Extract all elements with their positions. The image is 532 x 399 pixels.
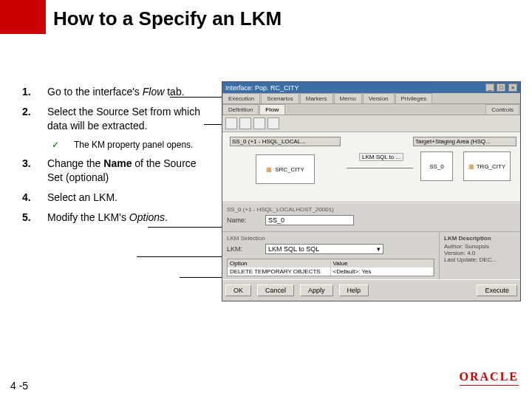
step-2-sub: ✓ The KM property panel opens.	[52, 139, 214, 151]
toolbar	[222, 115, 520, 132]
target-header[interactable]: Target+Staging Area (HSQ...	[413, 137, 516, 146]
window-titlebar: Interface: Pop. RC_CITY _ □ ×	[222, 82, 520, 93]
ok-button[interactable]: OK	[225, 284, 251, 296]
lkm-section-title: LKM Selection	[227, 235, 434, 242]
toolbar-icon[interactable]	[239, 117, 251, 129]
window-title: Interface: Pop. RC_CITY	[225, 84, 299, 92]
minimize-icon[interactable]: _	[485, 83, 494, 92]
step-2: 2. Select the Source Set from which data…	[22, 105, 214, 133]
tab-execution[interactable]: Execution	[222, 93, 260, 103]
tab-flow[interactable]: Flow	[259, 104, 284, 115]
lkm-description-panel: LKM Description Author: Sunopsis Version…	[439, 232, 520, 279]
flow-diagram: SS_0 (+1 - HSQL_LOCAL... ▦ SRC_CITY LKM …	[222, 132, 520, 202]
option-value[interactable]: <Default>: Yes	[331, 267, 434, 276]
checkmark-icon: ✓	[52, 139, 74, 151]
page-number: 4 -5	[10, 380, 28, 392]
tab-version[interactable]: Version	[363, 93, 395, 103]
lkm-connector-label[interactable]: LKM SQL to ...	[359, 153, 403, 161]
table-icon: ▦	[468, 163, 474, 170]
apply-button[interactable]: Apply	[300, 284, 333, 296]
desc-line: Author: Sunopsis	[444, 243, 516, 250]
tab-markers[interactable]: Markers	[300, 93, 333, 103]
substep-text: The KM property panel opens.	[74, 139, 193, 151]
target-table[interactable]: ▦ TRG_CITY	[463, 151, 511, 181]
tabbar-sub: Definition Flow Controls	[222, 104, 520, 115]
maximize-icon[interactable]: □	[497, 83, 505, 92]
step-number: 3.	[22, 157, 47, 185]
tab-definition[interactable]: Definition	[222, 104, 259, 115]
window-controls: _ □ ×	[485, 83, 517, 92]
lkm-label: LKM:	[227, 245, 261, 253]
col-option: Option	[228, 259, 331, 267]
tab-privileges[interactable]: Privileges	[395, 93, 433, 103]
step-number: 5.	[22, 211, 47, 225]
execute-button[interactable]: Execute	[477, 284, 517, 296]
step-text: Select the Source Set from which data wi…	[47, 105, 214, 133]
pointer-line	[137, 256, 233, 257]
cancel-button[interactable]: Cancel	[257, 284, 294, 296]
interface-window: Interface: Pop. RC_CITY _ □ × Execution …	[222, 81, 521, 301]
toolbar-icon[interactable]	[253, 117, 265, 129]
step-number: 2.	[22, 105, 47, 133]
step-3: 3. Change the Name of the Source Set (op…	[22, 157, 214, 185]
toolbar-icon[interactable]	[225, 117, 237, 129]
chevron-down-icon: ▾	[377, 245, 381, 253]
desc-line: Version: 4.0	[444, 250, 516, 256]
name-label: Name:	[227, 216, 261, 224]
step-text: Modify the LKM's Options.	[47, 211, 214, 225]
slide-title: How to a Specify an LKM	[53, 7, 282, 30]
table-icon: ▦	[266, 166, 272, 173]
options-grid: Option Value DELETE TEMPORARY OBJECTS <D…	[227, 259, 434, 276]
tab-controls[interactable]: Controls	[485, 104, 519, 115]
target-ss0[interactable]: SS_0	[420, 151, 453, 181]
step-number: 1.	[22, 85, 47, 99]
source-table[interactable]: ▦ SRC_CITY	[256, 154, 315, 184]
instruction-list: 1. Go to the interface's Flow tab. 2. Se…	[22, 85, 214, 230]
connector-line	[347, 168, 413, 168]
source-set-properties: SS_0 (+1 - HSQL_LOCALHOST_20001) Name: S…	[222, 202, 520, 232]
col-value: Value	[331, 259, 434, 267]
tab-memo[interactable]: Memo	[334, 93, 362, 103]
option-name[interactable]: DELETE TEMPORARY OBJECTS	[228, 267, 331, 276]
toolbar-icon[interactable]	[267, 117, 279, 129]
desc-line: Last Update: DEC...	[444, 256, 516, 263]
name-field[interactable]: SS_0	[265, 215, 354, 225]
dialog-buttons: OK Cancel Apply Help Execute	[222, 279, 520, 301]
accent-block	[0, 0, 46, 34]
desc-title: LKM Description	[444, 235, 516, 242]
step-number: 4.	[22, 191, 47, 205]
step-text: Select an LKM.	[47, 191, 214, 205]
lkm-select[interactable]: LKM SQL to SQL ▾	[265, 244, 383, 254]
source-set-header[interactable]: SS_0 (+1 - HSQL_LOCAL...	[230, 137, 341, 146]
tab-scenarios[interactable]: Scenarios	[261, 93, 299, 103]
oracle-logo: ORACLE	[460, 370, 519, 386]
prop-header: SS_0 (+1 - HSQL_LOCALHOST_20001)	[227, 206, 516, 213]
step-4: 4. Select an LKM.	[22, 191, 214, 205]
close-icon[interactable]: ×	[508, 83, 517, 92]
pointer-line	[148, 227, 229, 228]
step-text: Change the Name of the Source Set (optio…	[47, 157, 214, 185]
tabbar-top: Execution Scenarios Markers Memo Version…	[222, 93, 520, 104]
help-button[interactable]: Help	[339, 284, 369, 296]
step-5: 5. Modify the LKM's Options.	[22, 211, 214, 225]
